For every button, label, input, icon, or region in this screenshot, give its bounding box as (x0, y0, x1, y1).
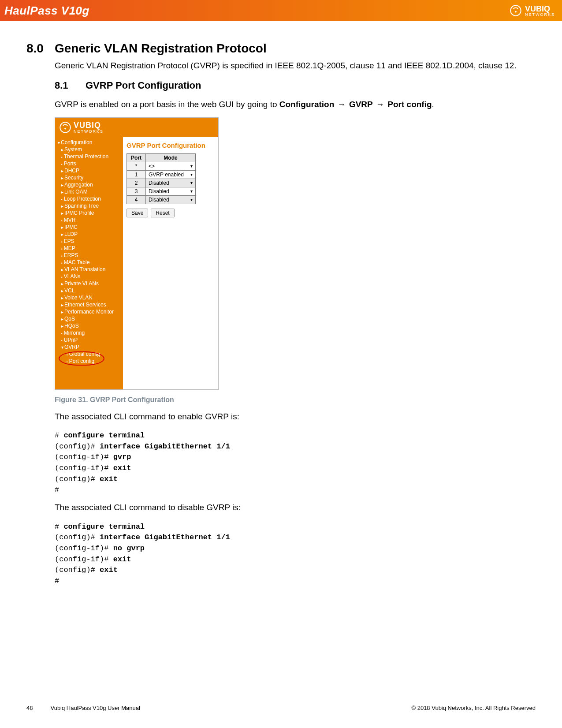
nav-item[interactable]: Thermal Protection (57, 153, 123, 160)
gvrp-table: Port Mode *<>▾1GVRP enabled▾2Disabled▾3D… (127, 153, 196, 204)
cell-mode[interactable]: Disabled▾ (146, 179, 196, 187)
page-footer: 48 Vubiq HaulPass V10g User Manual © 201… (26, 705, 536, 711)
th-mode: Mode (146, 153, 196, 162)
nav-item[interactable]: MEP (57, 245, 123, 252)
save-button[interactable]: Save (127, 209, 148, 217)
th-port: Port (127, 153, 146, 162)
vubiq-icon (60, 122, 71, 133)
chevron-down-icon: ▾ (190, 189, 193, 194)
nav-item[interactable]: IPMC (57, 224, 123, 231)
nav-item[interactable]: Private VLANs (57, 280, 123, 287)
nav-item[interactable]: VLANs (57, 273, 123, 280)
nav-item[interactable]: Performance Monitor (57, 308, 123, 315)
svg-point-3 (64, 127, 66, 129)
svg-point-2 (60, 122, 70, 132)
nav-item[interactable]: HQoS (57, 322, 123, 329)
section-number: 8.0 (26, 41, 48, 56)
nav-item[interactable]: Mirroring (57, 329, 123, 336)
nav-item[interactable]: MVR (57, 217, 123, 224)
cli-enable-block: # configure terminal (config)# interface… (55, 430, 536, 496)
cell-port: 1 (127, 170, 146, 179)
nav-item[interactable]: Ports (57, 160, 123, 167)
figure-caption: Figure 31. GVRP Port Configuration (55, 396, 536, 404)
nav-item[interactable]: VLAN Translation (57, 266, 123, 273)
cell-port: 4 (127, 195, 146, 204)
breadcrumb-sentence: GVRP is enabled on a port basis in the w… (55, 100, 536, 109)
nav-item[interactable]: Aggregation (57, 181, 123, 188)
arrow-icon: → (376, 100, 384, 109)
manual-title: Vubiq HaulPass V10g User Manual (50, 705, 140, 711)
cell-mode[interactable]: Disabled▾ (146, 195, 196, 204)
nav-item[interactable]: VCL (57, 287, 123, 294)
section-title: Generic VLAN Registration Protocol (55, 41, 267, 56)
subsection-title: GVRP Port Configuration (86, 80, 201, 91)
reset-button[interactable]: Reset (151, 209, 174, 217)
svg-point-0 (510, 5, 521, 15)
chevron-down-icon: ▾ (190, 180, 193, 185)
nav-item[interactable]: Spanning Tree (57, 202, 123, 209)
nav-item[interactable]: Security (57, 174, 123, 181)
cell-mode[interactable]: GVRP enabled▾ (146, 170, 196, 179)
screenshot-header: VUBIQNETWORKS (55, 118, 218, 137)
nav-item[interactable]: LLDP (57, 231, 123, 238)
svg-point-1 (515, 11, 517, 13)
intro-paragraph: Generic VLAN Registration Protocol (GVRP… (55, 60, 536, 72)
nav-item[interactable]: GVRP (57, 343, 123, 351)
nav-item[interactable]: DHCP (57, 167, 123, 174)
nav-item[interactable]: System (57, 146, 123, 153)
nav-item[interactable]: Voice VLAN (57, 294, 123, 301)
panel-title: GVRP Port Configuration (127, 142, 215, 149)
gvrp-screenshot: VUBIQNETWORKS ConfigurationSystemThermal… (55, 117, 219, 390)
nav-item[interactable]: Loop Protection (57, 195, 123, 202)
header-banner: HaulPass V10g VUBIQNETWORKS (0, 0, 562, 21)
section-heading: 8.0 Generic VLAN Registration Protocol (26, 41, 536, 56)
brand-sub: NETWORKS (525, 13, 555, 17)
nav-item[interactable]: QoS (57, 315, 123, 322)
cell-port: * (127, 162, 146, 170)
chevron-down-icon: ▾ (190, 172, 193, 177)
nav-item[interactable]: Global config (57, 351, 123, 358)
brand-logo: VUBIQNETWORKS (510, 5, 555, 17)
nav-item[interactable]: Ethernet Services (57, 301, 123, 308)
arrow-icon: → (338, 100, 346, 109)
screenshot-nav: ConfigurationSystemThermal ProtectionPor… (55, 137, 123, 389)
chevron-down-icon: ▾ (190, 164, 193, 168)
cell-port: 2 (127, 179, 146, 187)
brand-main: VUBIQ (525, 4, 550, 13)
nav-item[interactable]: Port config (57, 358, 123, 365)
page-number: 48 (26, 705, 33, 711)
nav-item[interactable]: IPMC Profile (57, 209, 123, 217)
chevron-down-icon: ▾ (190, 197, 193, 202)
nav-item[interactable]: ERPS (57, 252, 123, 259)
cli-enable-lead: The associated CLI command to enable GVR… (55, 411, 536, 423)
nav-item[interactable]: EPS (57, 238, 123, 245)
nav-item[interactable]: Link OAM (57, 188, 123, 195)
nav-item[interactable]: MAC Table (57, 259, 123, 266)
cli-disable-lead: The associated CLI command to disable GV… (55, 502, 536, 514)
subsection-number: 8.1 (55, 80, 72, 91)
nav-item[interactable]: UPnP (57, 336, 123, 343)
nav-item[interactable]: Configuration (57, 139, 123, 146)
cell-mode[interactable]: <>▾ (146, 162, 196, 170)
copyright: © 2018 Vubiq Networks, Inc. All Rights R… (411, 705, 536, 711)
cli-disable-block: # configure terminal (config)# interface… (55, 522, 536, 587)
cell-port: 3 (127, 187, 146, 195)
product-title: HaulPass V10g (4, 4, 89, 18)
subsection-heading: 8.1 GVRP Port Configuration (55, 80, 536, 91)
vubiq-icon (510, 5, 521, 16)
cell-mode[interactable]: Disabled▾ (146, 187, 196, 195)
screenshot-main: GVRP Port Configuration Port Mode *<>▾1G… (123, 137, 218, 389)
